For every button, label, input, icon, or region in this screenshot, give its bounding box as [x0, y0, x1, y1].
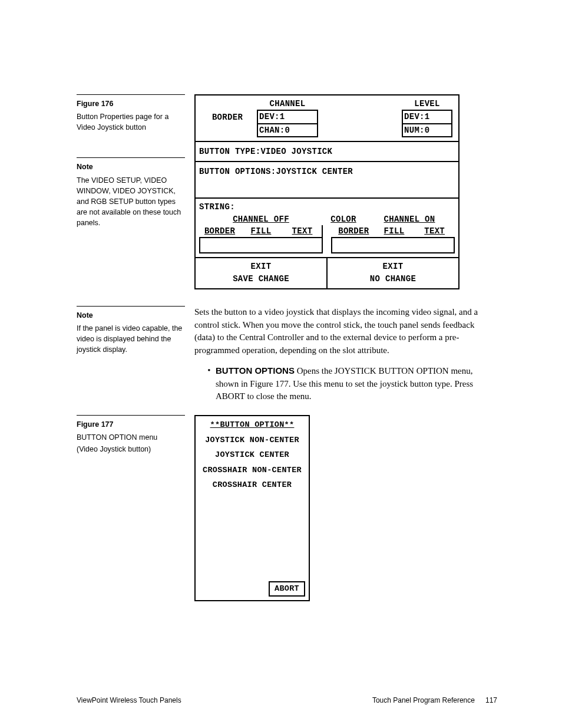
figure-177-label: Figure 177	[77, 419, 185, 430]
channel-chan: CHAN:0	[257, 124, 318, 137]
channel-on-box	[331, 237, 455, 253]
bullet-dot: •	[194, 364, 216, 403]
bullet-1: BUTTON OPTIONS Opens the JOYSTICK BUTTON…	[216, 364, 497, 403]
off-border: BORDER	[199, 225, 240, 237]
channel-header: CHANNEL	[257, 98, 318, 110]
note-1-label: Note	[77, 162, 185, 172]
option-joystick-center[interactable]: JOYSTICK CENTER	[196, 447, 309, 463]
figure-176-label: Figure 176	[77, 98, 185, 109]
abort-button[interactable]: ABORT	[269, 581, 305, 597]
string-label: STRING:	[196, 197, 458, 213]
color-header: COLOR	[330, 215, 356, 224]
option-joystick-noncenter[interactable]: JOYSTICK NON-CENTER	[196, 433, 309, 448]
channel-on-header: CHANNEL ON	[384, 215, 435, 224]
note-2-label: Note	[77, 310, 185, 321]
option-crosshair-center[interactable]: CROSSHAIR CENTER	[196, 477, 309, 493]
off-fill: FILL	[240, 225, 282, 237]
level-dev: DEV:1	[402, 110, 452, 124]
on-text: TEXT	[414, 225, 455, 237]
level-header: LEVEL	[402, 98, 452, 110]
figure-176-panel: BORDER CHANNEL DEV:1 CHAN:0 LEVEL DEV:1 …	[194, 94, 459, 289]
border-label: BORDER	[198, 98, 257, 137]
note-2-text: If the panel is video capable, the video…	[77, 323, 185, 355]
channel-dev: DEV:1	[257, 110, 318, 124]
footer-section: Touch Panel Program Reference	[372, 696, 475, 704]
figure-176-caption: Button Properties page for a Video Joyst…	[77, 111, 185, 133]
footer-page-number: 117	[485, 696, 497, 704]
button-type-row: BUTTON TYPE:VIDEO JOYSTICK	[196, 142, 458, 162]
body-paragraph-1: Sets the button to a video joystick that…	[194, 306, 497, 357]
figure-177-caption-1: BUTTON OPTION menu	[77, 432, 185, 443]
on-border: BORDER	[333, 225, 374, 237]
figure-177-panel: **BUTTON OPTION** JOYSTICK NON-CENTER JO…	[194, 415, 310, 601]
button-options-row: BUTTON OPTIONS:JOYSTICK CENTER	[196, 162, 458, 181]
exit-no-change-button[interactable]: EXIT NO CHANGE	[328, 258, 458, 288]
option-title: **BUTTON OPTION**	[196, 416, 309, 433]
option-crosshair-noncenter[interactable]: CROSSHAIR NON-CENTER	[196, 463, 309, 478]
footer-left: ViewPoint Wireless Touch Panels	[77, 696, 372, 704]
channel-off-box	[199, 237, 323, 253]
figure-177-caption-2: (Video Joystick button)	[77, 444, 185, 454]
on-fill: FILL	[374, 225, 415, 237]
exit-save-button[interactable]: EXIT SAVE CHANGE	[196, 258, 328, 288]
note-1-text: The VIDEO SETUP, VIDEO WINDOW, VIDEO JOY…	[77, 175, 185, 229]
off-text: TEXT	[282, 225, 323, 237]
channel-off-header: CHANNEL OFF	[233, 215, 289, 224]
level-num: NUM:0	[402, 124, 452, 137]
